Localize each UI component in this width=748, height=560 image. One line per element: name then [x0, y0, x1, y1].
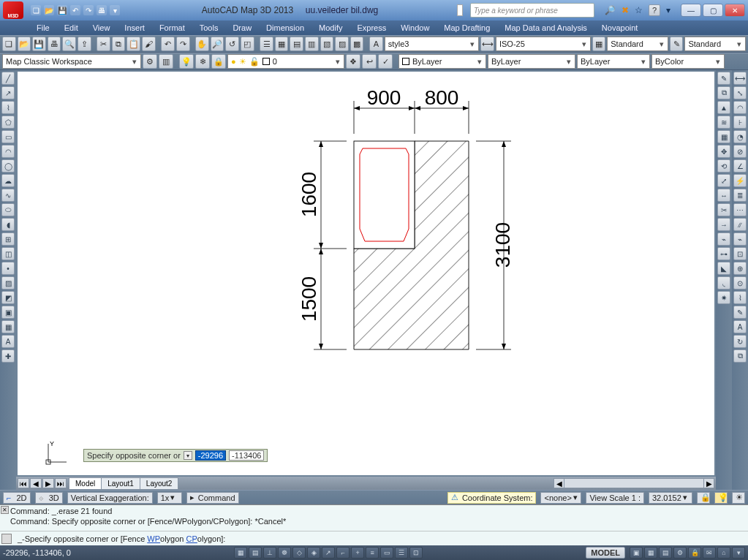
mode-2d-button[interactable]: ⌐ 2D [3, 492, 31, 504]
menu-express[interactable]: Express [350, 23, 393, 32]
viewbar-lock-icon[interactable]: 🔒 [697, 492, 710, 504]
dimtedit-tool[interactable]: A [733, 320, 747, 333]
tablestyle-icon[interactable]: ▦ [592, 37, 606, 51]
array-tool[interactable]: ▦ [717, 130, 730, 143]
tab-next-button[interactable]: ▶ [42, 478, 54, 488]
view-scale-value[interactable]: 32.0152▾ [649, 492, 692, 504]
status-btn-7[interactable]: ⌂ [717, 547, 730, 559]
dimquick-tool[interactable]: ⚡ [733, 174, 747, 187]
otrack-toggle[interactable]: ↗ [322, 547, 335, 559]
break-tool[interactable]: ⌁ [717, 232, 730, 246]
dimedit-tool[interactable]: ✎ [733, 306, 747, 319]
stretch-tool[interactable]: ↔ [717, 189, 730, 202]
move-tool[interactable]: ✥ [717, 145, 730, 158]
tpy-toggle[interactable]: ▭ [380, 547, 393, 559]
block-tool[interactable]: ◫ [1, 247, 15, 260]
dcm-button[interactable]: ▦ [275, 37, 289, 51]
scale-tool[interactable]: ⤢ [717, 174, 730, 187]
paste-button[interactable]: 📋 [126, 37, 140, 51]
dimcontinue-tool[interactable]: ⋯ [733, 203, 747, 216]
menu-map-drafting[interactable]: Map Drafting [437, 23, 497, 32]
menu-dimension[interactable]: Dimension [259, 23, 311, 32]
rect-tool[interactable]: ▭ [1, 130, 15, 143]
dimspace-tool[interactable]: ⫽ [733, 218, 747, 231]
rotate-tool[interactable]: ⟲ [717, 159, 730, 173]
print-icon[interactable]: 🖶 [97, 5, 107, 15]
region-tool[interactable]: ▣ [1, 306, 15, 319]
tool-palette-button[interactable]: ▤ [290, 37, 303, 51]
dynamic-y-field[interactable]: -113406 [229, 450, 264, 461]
help-dropdown-icon[interactable]: ▾ [666, 5, 670, 15]
save-icon[interactable]: 💾 [57, 5, 67, 15]
color-combo[interactable]: ByLayer▾ [398, 54, 486, 69]
undo-button[interactable]: ↶ [161, 37, 175, 51]
open-button[interactable]: 📂 [18, 37, 31, 51]
dimstyle-combo[interactable]: ISO-25▾ [496, 37, 591, 51]
menu-view[interactable]: View [86, 23, 118, 32]
layer-prev-button[interactable]: ↩ [362, 54, 377, 69]
explode-tool[interactable]: ✷ [717, 291, 730, 304]
snap-toggle[interactable]: ▦ [234, 547, 247, 559]
ducs-toggle[interactable]: ⌐ [336, 547, 350, 559]
chamfer-tool[interactable]: ◣ [717, 262, 730, 275]
hscrollbar[interactable]: ◀ ▶ [554, 478, 714, 488]
layer-manager-button[interactable]: ❖ [346, 54, 360, 69]
point-tool[interactable]: • [1, 262, 15, 275]
sc-toggle[interactable]: ⊡ [409, 547, 423, 559]
open-icon[interactable]: 📂 [44, 5, 54, 15]
circle-tool[interactable]: ◯ [1, 159, 15, 173]
dynamic-x-field[interactable]: -29296 [195, 450, 226, 461]
xline-tool[interactable]: ↗ [1, 86, 15, 99]
save-button[interactable]: 💾 [32, 37, 46, 51]
copy-tool[interactable]: ⧉ [717, 86, 730, 99]
mlstyle-combo[interactable]: Standard▾ [684, 37, 746, 51]
3dosnap-toggle[interactable]: ◈ [307, 547, 320, 559]
minimize-button[interactable]: — [681, 4, 701, 17]
zoom-win-button[interactable]: ◰ [241, 37, 254, 51]
viewbar-light-icon[interactable]: 💡 [714, 492, 728, 504]
table-tool[interactable]: ▦ [1, 320, 15, 333]
dimjogged-tool[interactable]: ⌇ [733, 291, 747, 304]
undo-icon[interactable]: ↶ [70, 5, 80, 15]
linetype-combo[interactable]: ByLayer▾ [488, 54, 575, 69]
new-icon[interactable]: ❏ [31, 5, 41, 15]
layer-lock-button[interactable]: 🔒 [211, 54, 226, 69]
arc-tool[interactable]: ◠ [1, 145, 15, 158]
textstyle-icon[interactable]: A [369, 37, 383, 51]
viewbar-sun-icon[interactable]: ☀ [732, 492, 745, 504]
grid-toggle[interactable]: ▤ [249, 547, 262, 559]
text-tool[interactable]: A [1, 335, 15, 348]
layer-freeze-button[interactable]: ❄ [195, 54, 210, 69]
polar-toggle[interactable]: ☸ [278, 547, 291, 559]
redo-icon[interactable]: ↷ [83, 5, 94, 15]
centermark-tool[interactable]: ⊕ [733, 262, 747, 275]
command-line[interactable]: _-Specify opposite corner or [Fence WPol… [0, 531, 748, 545]
sheet-set-button[interactable]: ▥ [305, 37, 319, 51]
copy-button[interactable]: ⧉ [112, 37, 126, 51]
preview-button[interactable]: 🔍 [62, 37, 76, 51]
menu-edit[interactable]: Edit [57, 23, 86, 32]
workspace-combo[interactable]: Map Classic Workspace▾ [2, 54, 141, 69]
dimaligned-tool[interactable]: ⤡ [733, 86, 747, 99]
mirror-tool[interactable]: ▲ [717, 101, 730, 114]
binoculars-icon[interactable]: 🔎 [605, 5, 616, 15]
ellipsearc-tool[interactable]: ◖ [1, 218, 15, 231]
offset-tool[interactable]: ≋ [717, 116, 730, 129]
tab-prev-button[interactable]: ◀ [30, 478, 42, 488]
menu-draw[interactable]: Draw [225, 23, 259, 32]
dimordinate-tool[interactable]: ⊦ [733, 116, 747, 129]
publish-button[interactable]: ⇪ [78, 37, 91, 51]
trim-tool[interactable]: ✂ [717, 203, 730, 216]
dimupdate-tool[interactable]: ↻ [733, 335, 747, 348]
cmdlog-close-button[interactable]: ✕ [1, 506, 9, 514]
close-button[interactable]: ✕ [725, 4, 745, 17]
zoom-button[interactable]: 🔎 [211, 37, 224, 51]
plotstyle-combo[interactable]: ByColor▾ [651, 54, 725, 69]
ref-button[interactable]: ▩ [350, 37, 364, 51]
dimstyle-tool[interactable]: ⧉ [733, 349, 747, 363]
mode-3d-button[interactable]: ⟐ 3D [35, 492, 63, 504]
textstyle-combo[interactable]: style3▾ [385, 37, 480, 51]
dimbreak-tool[interactable]: ⌁ [733, 232, 747, 246]
status-btn-3[interactable]: ▤ [659, 547, 672, 559]
dyn-toggle[interactable]: + [351, 547, 364, 559]
